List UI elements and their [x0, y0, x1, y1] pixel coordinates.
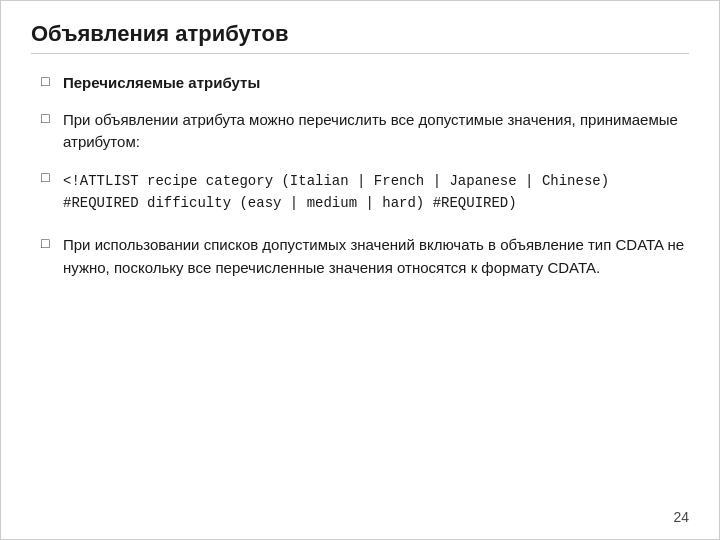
bullet-marker-1: □ [41, 73, 63, 89]
bullet-text-4: При использовании списков допустимых зна… [63, 234, 689, 279]
bullet-item-2: □ При объявлении атрибута можно перечисл… [41, 109, 689, 154]
slide-title: Объявления атрибутов [31, 21, 689, 54]
bullet-marker-3: □ [41, 169, 63, 185]
bullet-text-1: Перечисляемые атрибуты [63, 72, 689, 95]
bullet-marker-4: □ [41, 235, 63, 251]
slide-content: □ Перечисляемые атрибуты □ При объявлени… [31, 72, 689, 279]
bullet-text-2: При объявлении атрибута можно перечислит… [63, 109, 689, 154]
slide: Объявления атрибутов □ Перечисляемые атр… [0, 0, 720, 540]
bullet-marker-2: □ [41, 110, 63, 126]
bullet-item-1: □ Перечисляемые атрибуты [41, 72, 689, 95]
page-number: 24 [673, 509, 689, 525]
bullet-item-4: □ При использовании списков допустимых з… [41, 234, 689, 279]
bullet-item-3: □ <!ATTLIST recipe category (Italian | F… [41, 168, 689, 215]
bullet-text-3: <!ATTLIST recipe category (Italian | Fre… [63, 170, 689, 215]
